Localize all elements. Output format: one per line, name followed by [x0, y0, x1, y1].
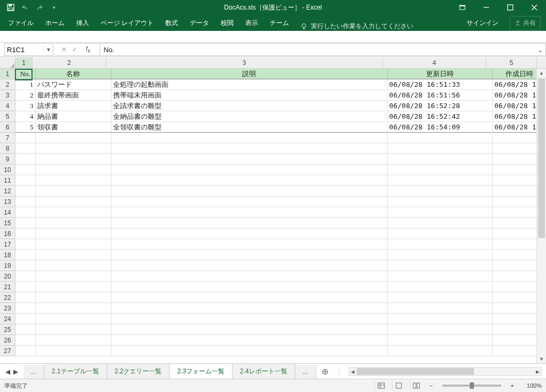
cancel-formula-button[interactable]: ✕ [61, 46, 67, 53]
cell[interactable] [15, 218, 36, 228]
scroll-right-arrow[interactable]: ▶ [534, 369, 541, 374]
cell-header-name[interactable]: 名称 [36, 69, 111, 79]
row-header[interactable]: 6 [0, 122, 15, 133]
row-header[interactable]: 16 [0, 228, 15, 239]
view-pagebreak-button[interactable] [410, 381, 423, 390]
cell-updated[interactable]: 06/08/28 16:51:56 [388, 90, 493, 101]
cell[interactable] [36, 228, 111, 239]
scroll-down-arrow[interactable]: ▼ [537, 355, 546, 364]
tab-view[interactable]: 表示 [239, 15, 264, 31]
scroll-left-arrow[interactable]: ◀ [349, 369, 357, 374]
cell[interactable] [36, 271, 111, 282]
grid-body[interactable]: 1 No. 名称 説明 更新日時 作成日時 21パスワード全処理の起動画面06/… [0, 69, 546, 364]
tell-me-search[interactable]: 実行したい作業を入力してください [300, 22, 413, 31]
cell[interactable] [388, 282, 493, 292]
cell[interactable] [388, 133, 493, 143]
cell[interactable] [111, 154, 388, 165]
cell[interactable] [15, 133, 36, 143]
sheet-overflow-next[interactable]: ... [295, 365, 316, 379]
zoom-out-button[interactable]: − [427, 382, 435, 389]
row-header[interactable]: 10 [0, 165, 15, 175]
cell[interactable] [36, 218, 111, 228]
new-sheet-button[interactable]: ⊕ [316, 366, 334, 378]
cell[interactable] [36, 292, 111, 303]
cell[interactable] [388, 218, 493, 228]
cell[interactable] [111, 346, 388, 356]
row-header[interactable]: 22 [0, 292, 15, 303]
cell[interactable] [15, 335, 36, 346]
cell[interactable] [15, 303, 36, 314]
cell[interactable] [15, 346, 36, 356]
cell-no[interactable]: 2 [15, 90, 36, 101]
sheet-nav-next[interactable]: ▶ [13, 368, 18, 375]
cell-no[interactable]: 3 [15, 101, 36, 111]
tab-insert[interactable]: 挿入 [70, 15, 95, 31]
cell[interactable] [15, 260, 36, 271]
save-button[interactable] [4, 2, 17, 13]
cell[interactable] [15, 314, 36, 324]
row-header[interactable]: 7 [0, 133, 15, 143]
cell[interactable] [388, 314, 493, 324]
cell-no[interactable]: 5 [15, 122, 36, 133]
cell[interactable] [15, 165, 36, 175]
cell[interactable] [111, 314, 388, 324]
scroll-up-arrow[interactable]: ▲ [537, 69, 546, 78]
row-header[interactable]: 17 [0, 239, 15, 250]
cell[interactable] [36, 239, 111, 250]
cell[interactable] [36, 303, 111, 314]
cell[interactable] [388, 165, 493, 175]
cell[interactable] [111, 260, 388, 271]
cell[interactable] [36, 165, 111, 175]
cell-name[interactable]: 納品書 [36, 111, 111, 122]
undo-button[interactable] [19, 2, 31, 13]
zoom-slider[interactable] [443, 385, 501, 387]
cell-desc[interactable]: 携帯端末用画面 [111, 90, 388, 101]
row-header[interactable]: 15 [0, 218, 15, 228]
row-header[interactable]: 20 [0, 271, 15, 282]
cell[interactable] [15, 154, 36, 165]
col-header-2[interactable]: 2 [33, 58, 106, 68]
fx-icon[interactable]: fx [83, 45, 93, 54]
tab-pagelayout[interactable]: ページ レイアウト [95, 15, 159, 31]
tab-home[interactable]: ホーム [39, 15, 70, 31]
col-header-1[interactable]: 1 [15, 58, 33, 68]
cell[interactable] [15, 324, 36, 335]
cell-desc[interactable]: 全請求書の雛型 [111, 101, 388, 111]
hscroll-thumb[interactable] [357, 368, 474, 375]
cell-desc[interactable]: 全処理の起動画面 [111, 79, 388, 90]
cell[interactable] [388, 239, 493, 250]
row-header[interactable]: 2 [0, 79, 15, 90]
cell-header-desc[interactable]: 説明 [111, 69, 388, 79]
cell[interactable] [111, 197, 388, 207]
cell[interactable] [388, 154, 493, 165]
cell-name[interactable]: 請求書 [36, 101, 111, 111]
select-all-corner[interactable] [0, 58, 15, 68]
cell[interactable] [36, 175, 111, 186]
view-normal-button[interactable] [374, 381, 388, 390]
cell[interactable] [15, 239, 36, 250]
cell[interactable] [36, 207, 111, 218]
cell[interactable] [111, 282, 388, 292]
row-header[interactable]: 18 [0, 250, 15, 260]
cell[interactable] [388, 303, 493, 314]
sheet-tab-3[interactable]: 2.4レポート一覧 [232, 364, 295, 379]
tab-team[interactable]: チーム [264, 15, 295, 31]
cell[interactable] [388, 228, 493, 239]
cell[interactable] [111, 143, 388, 154]
row-header[interactable]: 11 [0, 175, 15, 186]
cell[interactable] [36, 154, 111, 165]
view-pagelayout-button[interactable] [392, 381, 405, 390]
cell-updated[interactable]: 06/08/28 16:52:42 [388, 111, 493, 122]
cell[interactable] [36, 143, 111, 154]
cell[interactable] [15, 186, 36, 197]
sheet-nav-prev[interactable]: ◀ [5, 368, 10, 375]
formula-expand[interactable]: ⌄ [537, 46, 543, 54]
enter-formula-button[interactable]: ✓ [72, 46, 77, 53]
ribbon-display-options[interactable] [450, 0, 474, 15]
close-button[interactable] [522, 0, 546, 15]
cell[interactable] [111, 228, 388, 239]
cell[interactable] [15, 250, 36, 260]
cell[interactable] [388, 250, 493, 260]
cell[interactable] [36, 335, 111, 346]
cell[interactable] [36, 197, 111, 207]
